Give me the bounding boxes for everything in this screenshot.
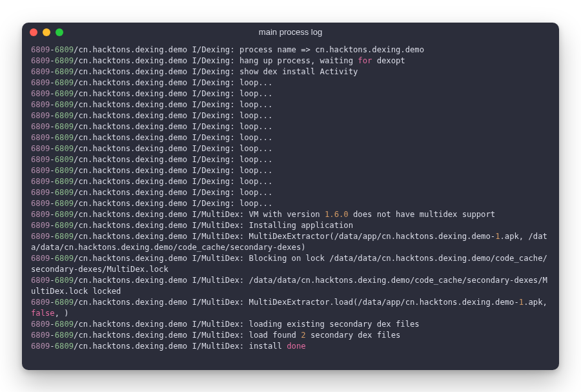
log-text: install bbox=[249, 342, 287, 351]
log-line: 6809-6809/cn.hacktons.dexing.demo I/Mult… bbox=[31, 319, 550, 330]
log-line: 6809-6809/cn.hacktons.dexing.demo I/Dexi… bbox=[31, 154, 550, 165]
log-prefix: /cn.hacktons.dexing.demo I/MultiDex: bbox=[74, 331, 249, 340]
log-text: loop... bbox=[240, 144, 272, 153]
pid-secondary: 6809 bbox=[55, 56, 74, 65]
pid-primary: 6809 bbox=[31, 89, 50, 98]
log-text: dexopt bbox=[372, 56, 405, 65]
log-line: 6809-6809/cn.hacktons.dexing.demo I/Dexi… bbox=[31, 77, 550, 88]
pid-separator: - bbox=[50, 155, 54, 164]
pid-primary: 6809 bbox=[31, 78, 50, 87]
log-text: MultiDexExtractor.load(/data/app/cn.hack… bbox=[249, 298, 519, 307]
log-prefix: /cn.hacktons.dexing.demo I/Dexing: bbox=[74, 89, 240, 98]
log-text: load found bbox=[249, 331, 301, 340]
log-text: loop... bbox=[240, 122, 272, 131]
pid-primary: 6809 bbox=[31, 188, 50, 197]
log-prefix: /cn.hacktons.dexing.demo I/Dexing: bbox=[74, 100, 240, 109]
log-line: 6809-6809/cn.hacktons.dexing.demo I/Dexi… bbox=[31, 198, 550, 209]
log-line: 6809-6809/cn.hacktons.dexing.demo I/Mult… bbox=[31, 275, 550, 297]
log-text: VM with version bbox=[249, 210, 325, 219]
log-text: loop... bbox=[240, 155, 272, 164]
pid-separator: - bbox=[50, 78, 54, 87]
log-prefix: /cn.hacktons.dexing.demo I/MultiDex: bbox=[74, 232, 249, 241]
pid-secondary: 6809 bbox=[55, 155, 74, 164]
number-token: 1.6.0 bbox=[325, 210, 349, 219]
pid-secondary: 6809 bbox=[55, 67, 74, 76]
window-title: main process log bbox=[22, 27, 559, 37]
log-prefix: /cn.hacktons.dexing.demo I/Dexing: bbox=[74, 199, 240, 208]
pid-secondary: 6809 bbox=[55, 199, 74, 208]
pid-primary: 6809 bbox=[31, 298, 50, 307]
log-prefix: /cn.hacktons.dexing.demo I/MultiDex: bbox=[74, 342, 249, 351]
log-text: loop... bbox=[240, 111, 272, 120]
pid-secondary: 6809 bbox=[55, 342, 74, 351]
log-prefix: /cn.hacktons.dexing.demo I/Dexing: bbox=[74, 122, 240, 131]
keyword-token: done bbox=[287, 342, 305, 351]
log-line: 6809-6809/cn.hacktons.dexing.demo I/Dexi… bbox=[31, 56, 550, 67]
pid-secondary: 6809 bbox=[55, 78, 74, 87]
pid-primary: 6809 bbox=[31, 133, 50, 142]
log-text: loop... bbox=[240, 166, 272, 175]
titlebar: main process log bbox=[22, 23, 559, 42]
log-prefix: /cn.hacktons.dexing.demo I/MultiDex: bbox=[74, 221, 249, 230]
log-line: 6809-6809/cn.hacktons.dexing.demo I/Mult… bbox=[31, 220, 550, 231]
pid-secondary: 6809 bbox=[55, 232, 74, 241]
log-prefix: /cn.hacktons.dexing.demo I/Dexing: bbox=[74, 56, 240, 65]
log-text: loop... bbox=[240, 89, 272, 98]
pid-separator: - bbox=[50, 166, 54, 175]
pid-separator: - bbox=[50, 298, 54, 307]
log-text: loop... bbox=[240, 188, 272, 197]
pid-primary: 6809 bbox=[31, 155, 50, 164]
log-text: hang up process, waiting bbox=[240, 56, 358, 65]
pid-separator: - bbox=[50, 89, 54, 98]
pid-secondary: 6809 bbox=[55, 276, 74, 285]
pid-primary: 6809 bbox=[31, 56, 50, 65]
terminal-body[interactable]: 6809-6809/cn.hacktons.dexing.demo I/Dexi… bbox=[22, 42, 559, 370]
pid-separator: - bbox=[50, 254, 54, 263]
log-line: 6809-6809/cn.hacktons.dexing.demo I/Dexi… bbox=[31, 132, 550, 143]
log-line: 6809-6809/cn.hacktons.dexing.demo I/Dexi… bbox=[31, 143, 550, 154]
pid-secondary: 6809 bbox=[55, 144, 74, 153]
close-icon[interactable] bbox=[30, 28, 37, 36]
log-text: process name => cn.hacktons.dexing.demo bbox=[240, 45, 424, 54]
log-line: 6809-6809/cn.hacktons.dexing.demo I/Dexi… bbox=[31, 187, 550, 198]
zoom-icon[interactable] bbox=[56, 28, 63, 36]
log-text: show dex install Activity bbox=[240, 67, 358, 76]
minimize-icon[interactable] bbox=[43, 28, 50, 36]
pid-separator: - bbox=[50, 210, 54, 219]
log-line: 6809-6809/cn.hacktons.dexing.demo I/Dexi… bbox=[31, 99, 550, 110]
pid-secondary: 6809 bbox=[55, 89, 74, 98]
pid-primary: 6809 bbox=[31, 199, 50, 208]
pid-separator: - bbox=[50, 232, 54, 241]
log-line: 6809-6809/cn.hacktons.dexing.demo I/Dexi… bbox=[31, 45, 550, 56]
log-prefix: /cn.hacktons.dexing.demo I/MultiDex: bbox=[74, 254, 249, 263]
pid-separator: - bbox=[50, 45, 54, 54]
log-text: loading existing secondary dex files bbox=[249, 320, 420, 329]
pid-secondary: 6809 bbox=[55, 221, 74, 230]
log-line: 6809-6809/cn.hacktons.dexing.demo I/Mult… bbox=[31, 253, 550, 275]
pid-secondary: 6809 bbox=[55, 210, 74, 219]
log-prefix: /cn.hacktons.dexing.demo I/Dexing: bbox=[74, 67, 240, 76]
pid-secondary: 6809 bbox=[55, 166, 74, 175]
pid-separator: - bbox=[50, 342, 54, 351]
log-prefix: /cn.hacktons.dexing.demo I/Dexing: bbox=[74, 133, 240, 142]
pid-secondary: 6809 bbox=[55, 254, 74, 263]
pid-separator: - bbox=[50, 331, 54, 340]
pid-primary: 6809 bbox=[31, 144, 50, 153]
stage: main process log 6809-6809/cn.hacktons.d… bbox=[0, 0, 581, 392]
keyword-token: false bbox=[31, 309, 55, 318]
pid-separator: - bbox=[50, 100, 54, 109]
pid-secondary: 6809 bbox=[55, 177, 74, 186]
log-line: 6809-6809/cn.hacktons.dexing.demo I/Dexi… bbox=[31, 110, 550, 121]
log-text: does not have multidex support bbox=[349, 210, 495, 219]
pid-primary: 6809 bbox=[31, 320, 50, 329]
log-prefix: /cn.hacktons.dexing.demo I/Dexing: bbox=[74, 45, 240, 54]
log-prefix: /cn.hacktons.dexing.demo I/MultiDex: bbox=[74, 276, 249, 285]
pid-primary: 6809 bbox=[31, 177, 50, 186]
log-text: MultiDexExtractor(/data/app/cn.hacktons.… bbox=[249, 232, 496, 241]
pid-separator: - bbox=[50, 199, 54, 208]
pid-primary: 6809 bbox=[31, 166, 50, 175]
pid-secondary: 6809 bbox=[55, 331, 74, 340]
log-text: Installing application bbox=[249, 221, 353, 230]
log-prefix: /cn.hacktons.dexing.demo I/Dexing: bbox=[74, 111, 240, 120]
pid-primary: 6809 bbox=[31, 45, 50, 54]
